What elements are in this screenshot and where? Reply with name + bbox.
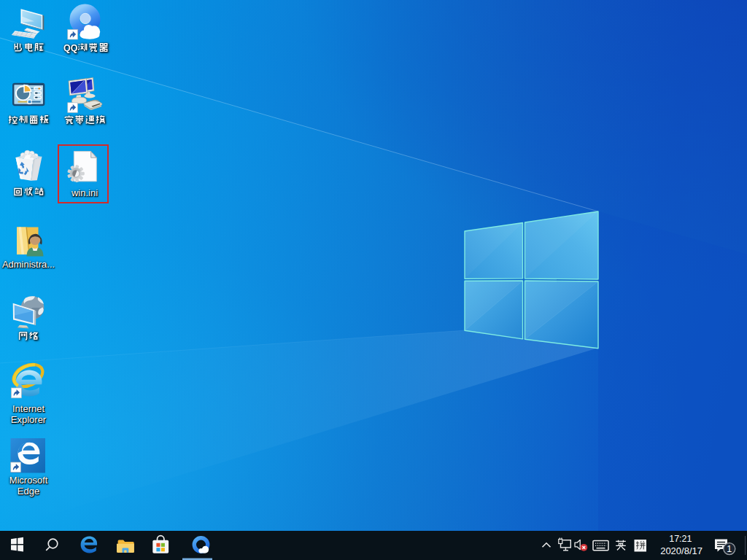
svg-text:QQ: QQ: [63, 43, 78, 53]
svg-text:2020/8/17: 2020/8/17: [660, 545, 703, 556]
svg-text:17:21: 17:21: [669, 534, 692, 544]
svg-text:1: 1: [727, 544, 732, 554]
